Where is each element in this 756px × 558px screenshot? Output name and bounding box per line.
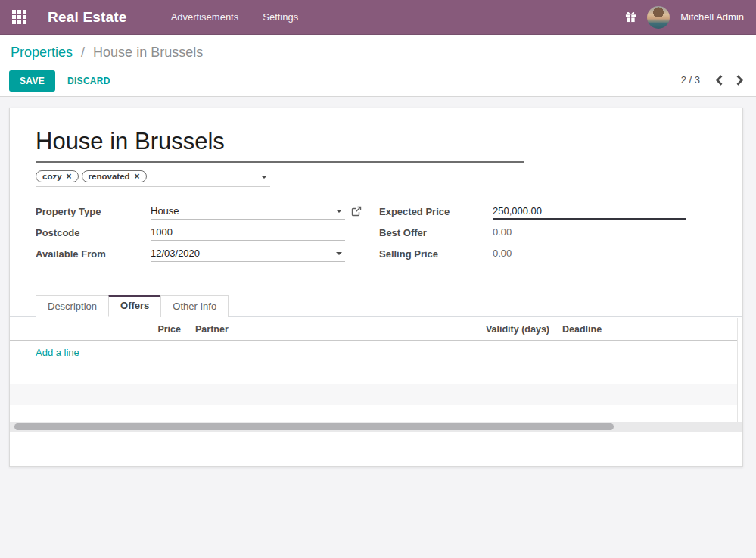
pager-value: 2 / 3 [681,74,700,86]
field-best-offer: Best Offer 0.00 [379,225,686,246]
offers-table-body: Add a line [10,341,742,422]
user-menu[interactable]: Mitchell Admin [680,11,744,23]
pager: 2 / 3 [681,74,744,86]
table-row [10,384,742,405]
tab-other-info[interactable]: Other Info [160,295,229,317]
tag-cozy: cozy × [36,170,79,182]
chevron-right-icon[interactable] [736,75,744,86]
breadcrumb-properties[interactable]: Properties [11,45,73,60]
breadcrumb-current: House in Brussels [93,45,203,60]
navbar-right: Mitchell Admin [625,6,744,29]
menu-advertisements[interactable]: Advertisements [171,11,239,23]
column-partner[interactable]: Partner [195,324,229,335]
property-type-input[interactable]: House [151,204,345,220]
postcode-input[interactable]: 1000 [151,225,345,241]
property-name-input[interactable]: House in Brussels [36,125,524,163]
tag-cozy-remove-icon[interactable]: × [67,172,72,181]
field-grid: Property Type House P [36,204,717,267]
horizontal-scrollbar[interactable] [10,422,742,432]
chevron-left-icon[interactable] [715,75,723,86]
tags-dropdown-icon[interactable] [261,176,267,179]
tags-input[interactable]: cozy × renovated × [36,170,270,187]
notebook-tabs: Description Offers Other Info [10,295,742,317]
gift-icon[interactable] [625,11,636,23]
form-sheet: House in Brussels cozy × renovated × Pro… [9,108,743,467]
app-title[interactable]: Real Estate [48,9,127,26]
expected-price-input[interactable]: 250,000.00 [493,204,686,220]
table-row [10,405,742,422]
save-button[interactable]: SAVE [9,70,55,92]
tag-renovated-remove-icon[interactable]: × [135,172,140,181]
field-property-type: Property Type House [36,204,345,225]
external-link-icon[interactable] [351,206,362,220]
menu-settings[interactable]: Settings [263,11,298,23]
field-postcode: Postcode 1000 [36,225,345,246]
breadcrumb-separator: / [81,45,85,60]
control-panel: Properties / House in Brussels SAVE DISC… [0,35,756,97]
table-right-gutter [737,318,742,422]
table-row: Add a line [10,341,742,363]
table-row [10,363,742,384]
content-area: House in Brussels cozy × renovated × Pro… [0,97,756,558]
control-panel-buttons: SAVE DISCARD [9,70,744,92]
scrollbar-thumb[interactable] [14,423,614,430]
offers-table-header: Price Partner Validity (days) Deadline S… [10,318,742,341]
user-avatar[interactable] [647,6,670,29]
column-validity[interactable]: Validity (days) [388,324,549,335]
best-offer-value: 0.00 [493,225,686,241]
field-selling-price: Selling Price 0.00 [379,246,686,267]
tag-renovated: renovated × [82,170,147,182]
top-navbar: Real Estate Advertisements Settings Mitc… [0,0,756,35]
date-dropdown-icon[interactable] [336,252,342,255]
navbar-menus: Advertisements Settings [171,11,299,23]
add-a-line-link[interactable]: Add a line [36,347,79,358]
column-deadline[interactable]: Deadline [562,324,602,335]
field-available-from: Available From 12/03/2020 [36,246,345,267]
apps-menu-icon[interactable] [12,10,26,24]
field-expected-price: Expected Price 250,000.00 [379,204,686,225]
column-price[interactable]: Price [10,324,181,335]
discard-button[interactable]: DISCARD [67,76,110,86]
tab-description[interactable]: Description [36,295,109,317]
property-type-dropdown-icon[interactable] [336,210,342,213]
tab-offers[interactable]: Offers [108,295,161,317]
selling-price-value: 0.00 [493,246,686,262]
available-from-input[interactable]: 12/03/2020 [151,246,345,262]
breadcrumb: Properties / House in Brussels [11,42,744,62]
